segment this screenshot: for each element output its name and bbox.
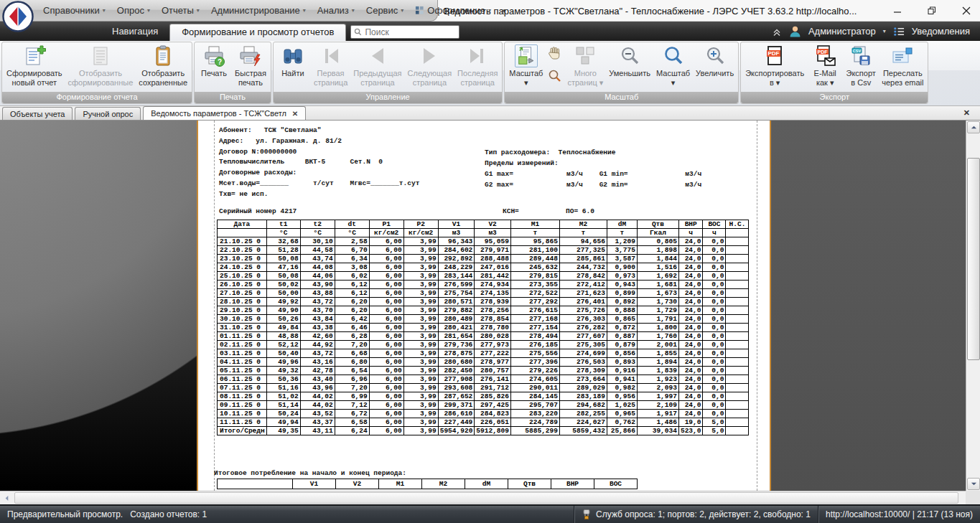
print-button[interactable]: ?Печать [196, 43, 232, 92]
value-cell: 1,730 [637, 298, 678, 306]
value-cell: 277,168 [510, 315, 559, 324]
zoom-in-button[interactable]: Увеличить [693, 43, 737, 92]
value-cell: 291,712 [475, 384, 511, 392]
value-cell: 6,54 [335, 367, 369, 375]
table-row: 23.10.25 050,0843,746,346,003,99292,8922… [218, 255, 749, 263]
value-cell: 5859,432 [559, 427, 607, 435]
value-cell: 50,40 [266, 349, 300, 358]
date-cell: 02.11.25 0 [218, 341, 267, 349]
value-cell [726, 375, 749, 384]
value-cell: 0,0 [703, 341, 726, 349]
value-cell: 271,623 [559, 289, 607, 298]
forward-email-button[interactable]: Переслатьчерез email [879, 43, 926, 92]
menu-item-отчеты[interactable]: Отчеты▾ [156, 0, 205, 22]
menu-item-анализ[interactable]: Анализ▾ [312, 0, 360, 22]
value-cell: 24,0 [678, 289, 703, 298]
search-box[interactable] [350, 25, 459, 39]
value-cell: 0,0 [703, 401, 726, 410]
menu-item-администрирование[interactable]: Администрирование▾ [205, 0, 312, 22]
close-tab-icon[interactable]: ✕ [292, 110, 298, 118]
value-cell: 3,99 [403, 392, 438, 401]
value-cell: 19,0 [678, 418, 703, 427]
pdf-icon: PDF [763, 44, 786, 67]
ribbon-tab-active[interactable]: Формирование и просмотр отчетов [169, 24, 346, 41]
document-tab[interactable]: Объекты учета [2, 107, 73, 120]
value-cell: 44,06 [300, 272, 335, 281]
document-tab-label: Ведомость параметров - ТСЖ"Светл [151, 109, 286, 118]
show-saved-reports-button[interactable]: Отобразитьсохраненные [136, 43, 190, 92]
value-cell: 6,00 [369, 237, 403, 246]
ribbon-group: PDFЭкспортироватьв ▾PDFE-Mailкак ▾CSVЭкс… [740, 42, 928, 104]
value-cell: 1,025 [607, 401, 637, 410]
value-cell: 3,99 [403, 289, 438, 298]
table-units-row: °C°C°Cкг/см2кг/см2м3м3тттГкалчч [218, 229, 749, 237]
value-cell: 277,908 [438, 375, 475, 384]
menu-item-справочники[interactable]: Справочники▾ [37, 0, 111, 22]
zoom-area-tool-button[interactable] [547, 68, 563, 84]
value-cell: 284,145 [510, 392, 559, 401]
scroll-up-button[interactable] [967, 121, 980, 133]
totals-column-header: M2 [422, 479, 465, 489]
ribbon-tab-inactive[interactable]: Навигация [101, 24, 169, 41]
value-cell: 5,0 [703, 427, 726, 435]
zoom-mode-button[interactable]: Масштаб▾ [506, 43, 546, 92]
minimize-button[interactable] [890, 4, 905, 18]
ksn-label: КСН= [503, 207, 519, 215]
value-cell [726, 306, 749, 315]
value-cell: 0,0 [703, 255, 726, 263]
document-tab[interactable]: Ведомость параметров - ТСЖ"Светл✕ [143, 106, 306, 120]
menu-item-label: Администрирование [211, 5, 300, 16]
menu-item-опрос[interactable]: Опрос▾ [111, 0, 156, 22]
value-cell [726, 349, 749, 358]
totals-column-header: V2 [336, 479, 379, 489]
value-cell: 5,0 [703, 418, 726, 427]
close-button[interactable] [958, 4, 974, 18]
column-header: M2 [559, 220, 607, 229]
export-to-button[interactable]: PDFЭкспортироватьв ▾ [742, 43, 807, 92]
restore-button[interactable] [924, 4, 940, 18]
search-input[interactable] [365, 27, 451, 37]
value-cell: 48,88 [266, 332, 300, 341]
export-csv-button[interactable]: CSVЭкспортв Csv [843, 43, 879, 92]
value-cell: 276,303 [559, 315, 607, 324]
collapse-ribbon-icon[interactable] [772, 27, 782, 37]
scroll-down-button[interactable] [967, 478, 980, 490]
menu-item-сервис[interactable]: Сервис▾ [360, 0, 410, 22]
generate-new-report-button[interactable]: Сформироватьновый отчет [4, 43, 65, 92]
zoom-level-button[interactable]: Масштаб▾ [653, 43, 693, 92]
value-cell [726, 401, 749, 410]
value-cell: 3,99 [403, 306, 438, 315]
value-cell: 1,729 [637, 306, 678, 315]
ribbon-group: ?Печать БыстраяпечатьПечать [194, 42, 271, 104]
pan-tool-button[interactable] [547, 45, 563, 61]
value-cell: 0,900 [607, 263, 637, 272]
menu-item-label: Опрос [117, 5, 144, 16]
value-cell: 44,58 [300, 246, 335, 255]
ribbon-tab-row: НавигацияФормирование и просмотр отчетов… [0, 22, 980, 41]
value-cell: 1,692 [637, 272, 678, 281]
horizontal-scrollbar[interactable] [0, 491, 966, 504]
chevron-down-icon: ▾ [352, 7, 355, 14]
table-row: 09.11.25 051,1444,027,126,003,99299,3712… [218, 401, 749, 410]
find-button[interactable]: Найти [275, 43, 311, 92]
vertical-scrollbar[interactable] [966, 121, 980, 491]
horizontal-scroll-thumb[interactable] [14, 492, 958, 504]
document-tab[interactable]: Ручной опрос [75, 107, 141, 120]
scroll-left-button[interactable] [1, 492, 13, 504]
table-row: 05.11.25 049,3242,786,546,003,99282,4502… [218, 367, 749, 375]
close-document-button[interactable]: ✕ [961, 108, 973, 118]
email-as-button[interactable]: PDFE-Mailкак ▾ [807, 43, 843, 92]
notifications-button[interactable]: Уведомления [912, 26, 970, 37]
zoom-out-button[interactable]: Уменьшить [606, 43, 653, 92]
unit-header: кг/см2 [369, 229, 403, 237]
value-cell [726, 272, 749, 281]
vertical-scroll-thumb[interactable] [967, 158, 980, 360]
value-cell: 0,899 [607, 289, 637, 298]
quick-print-button[interactable]: Быстраяпечать [232, 43, 269, 92]
value-cell: 0,943 [607, 281, 637, 289]
user-menu[interactable]: Администратор [808, 26, 876, 37]
value-cell [726, 367, 749, 375]
value-cell: 0,0 [703, 392, 726, 401]
menu-item-label: Справочники [43, 5, 100, 16]
nav-next-icon [418, 44, 441, 67]
